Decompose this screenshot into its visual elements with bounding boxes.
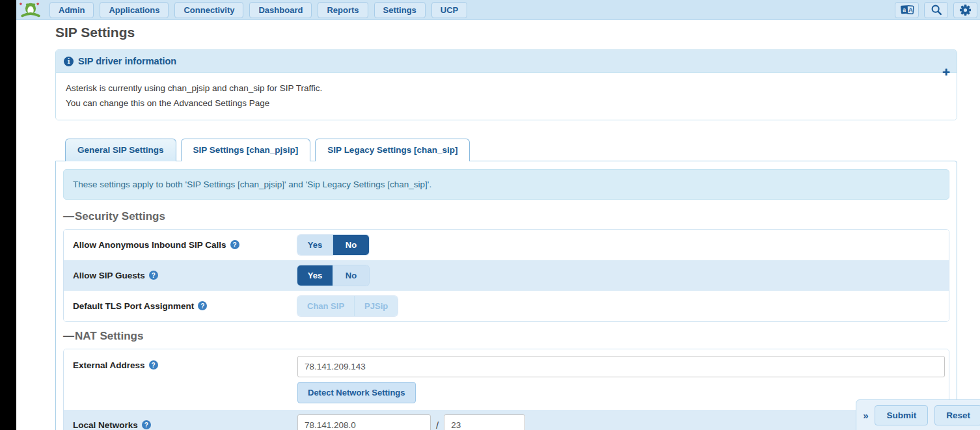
collapse-section-icon[interactable]: — <box>63 330 74 343</box>
help-icon[interactable]: ? <box>149 271 158 280</box>
language-icon: a A <box>900 4 914 16</box>
submit-button[interactable]: Submit <box>875 405 928 425</box>
expand-panel-icon[interactable]: + <box>942 66 950 79</box>
security-settings-rows: Allow Anonymous Inbound SIP Calls ? Yes … <box>63 229 949 322</box>
nav-item-connectivity[interactable]: Connectivity <box>174 2 243 18</box>
tls-chan-sip-button[interactable]: Chan SIP <box>297 296 355 316</box>
tls-pjsip-button[interactable]: PJSip <box>355 296 398 316</box>
row-allow-sip-guests: Allow SIP Guests ? Yes No <box>64 260 949 291</box>
nav-item-reports[interactable]: Reports <box>318 2 368 18</box>
collapse-section-icon[interactable]: — <box>63 210 74 223</box>
allow-anonymous-label: Allow Anonymous Inbound SIP Calls <box>73 240 226 250</box>
help-icon[interactable]: ? <box>142 420 151 429</box>
collapse-toolbar-icon[interactable]: » <box>863 410 868 421</box>
network-mask-separator: / <box>436 420 439 430</box>
page-title: SIP Settings <box>55 25 957 40</box>
nat-settings-title: NAT Settings <box>75 330 143 343</box>
freepbx-logo-icon[interactable]: * * <box>20 1 42 19</box>
allow-sip-guests-yes-button[interactable]: Yes <box>297 265 333 286</box>
allow-anonymous-yes-button[interactable]: Yes <box>297 235 333 255</box>
local-network-mask-input[interactable] <box>444 414 525 430</box>
field-label: Local Networks ? <box>73 420 297 430</box>
allow-sip-guests-toggle: Yes No <box>297 265 369 286</box>
sip-settings-tabs: General SIP Settings SIP Settings [chan_… <box>55 139 957 161</box>
nav-item-admin[interactable]: Admin <box>49 2 94 18</box>
tab-general-sip-settings[interactable]: General SIP Settings <box>65 139 176 161</box>
row-external-address: External Address ? Detect Network Settin… <box>64 349 949 410</box>
field-label: Allow Anonymous Inbound SIP Calls ? <box>73 240 297 250</box>
help-icon[interactable]: ? <box>149 360 158 370</box>
reset-button[interactable]: Reset <box>934 405 980 425</box>
row-allow-anonymous-inbound: Allow Anonymous Inbound SIP Calls ? Yes … <box>64 230 949 260</box>
search-icon <box>931 4 942 16</box>
sip-driver-info-header[interactable]: i SIP driver information + <box>56 50 957 73</box>
left-black-strip <box>0 0 16 430</box>
field-label: Default TLS Port Assignment ? <box>73 301 297 311</box>
field-label: External Address ? <box>73 356 297 370</box>
security-settings-title: Security Settings <box>75 210 165 223</box>
local-networks-label: Local Networks <box>73 420 138 430</box>
help-icon[interactable]: ? <box>198 301 207 310</box>
sip-driver-info-panel: i SIP driver information + Asterisk is c… <box>55 49 957 120</box>
security-settings-header: — Security Settings <box>63 210 949 223</box>
top-navbar: * * Admin Applications Connectivity Dash… <box>16 0 980 20</box>
field-label: Allow SIP Guests ? <box>73 271 297 280</box>
external-address-controls: Detect Network Settings <box>297 356 945 403</box>
svg-text:A: A <box>908 7 912 13</box>
nat-settings-rows: External Address ? Detect Network Settin… <box>63 349 949 430</box>
row-local-networks: Local Networks ? / <box>64 410 949 430</box>
external-address-input[interactable] <box>297 356 945 377</box>
allow-anonymous-no-button[interactable]: No <box>333 235 369 255</box>
settings-scope-note: These settings apply to both 'SIP Settin… <box>63 169 949 200</box>
language-button[interactable]: a A <box>895 2 919 18</box>
detect-network-settings-button[interactable]: Detect Network Settings <box>297 382 416 403</box>
sip-driver-info-body: Asterisk is currently using chan_pjsip a… <box>56 73 957 120</box>
sip-driver-info-title: SIP driver information <box>78 56 176 66</box>
default-tls-port-label: Default TLS Port Assignment <box>73 301 194 311</box>
driver-info-line-1: Asterisk is currently using chan_pjsip a… <box>66 81 947 96</box>
settings-gear-button[interactable] <box>953 2 977 18</box>
nat-settings-header: — NAT Settings <box>63 330 949 343</box>
allow-anonymous-toggle: Yes No <box>297 235 369 255</box>
help-icon[interactable]: ? <box>230 240 239 249</box>
search-button[interactable] <box>924 2 948 18</box>
row-default-tls-port: Default TLS Port Assignment ? Chan SIP P… <box>64 291 949 321</box>
main-content: SIP Settings i SIP driver information + … <box>55 23 957 430</box>
allow-sip-guests-no-button[interactable]: No <box>333 265 369 286</box>
nav-item-ucp[interactable]: UCP <box>431 2 467 18</box>
svg-text:*: * <box>20 2 22 9</box>
allow-sip-guests-label: Allow SIP Guests <box>73 271 145 280</box>
svg-text:*: * <box>36 2 39 9</box>
general-sip-settings-panel: These settings apply to both 'SIP Settin… <box>55 161 957 430</box>
external-address-label: External Address <box>73 360 145 370</box>
driver-info-line-2: You can change this on the Advanced Sett… <box>66 96 947 111</box>
tab-sip-settings-chan-pjsip[interactable]: SIP Settings [chan_pjsip] <box>181 139 311 161</box>
info-icon: i <box>64 57 74 66</box>
action-toolbar: » Submit Reset <box>856 399 980 430</box>
nav-item-settings[interactable]: Settings <box>374 2 426 18</box>
nav-item-applications[interactable]: Applications <box>100 2 169 18</box>
gear-icon <box>959 4 972 16</box>
local-network-input[interactable] <box>297 414 431 430</box>
default-tls-port-toggle: Chan SIP PJSip <box>297 296 398 316</box>
nav-item-dashboard[interactable]: Dashboard <box>249 2 312 18</box>
nav-right-icons: a A <box>895 2 977 18</box>
svg-text:a: a <box>903 7 906 13</box>
tab-sip-legacy-settings-chan-sip[interactable]: SIP Legacy Settings [chan_sip] <box>315 139 470 161</box>
